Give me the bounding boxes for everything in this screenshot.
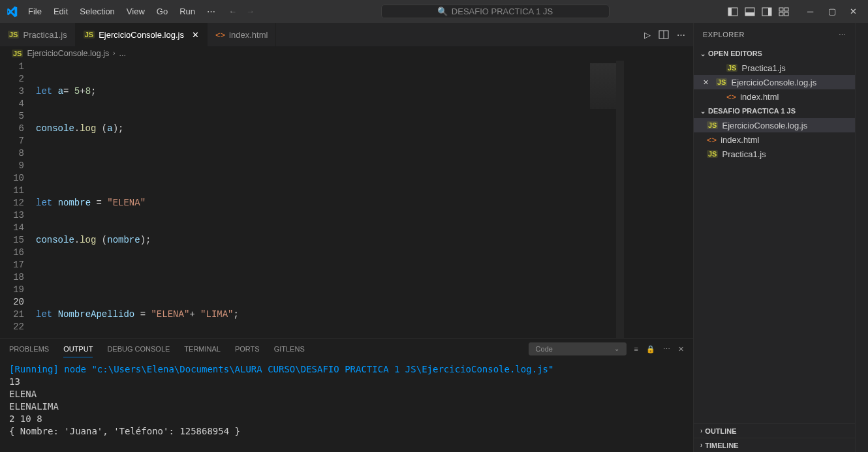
split-editor-icon[interactable] [659, 29, 669, 40]
layout-panel-icon[interactable] [745, 7, 755, 17]
line-numbers: 12345678910111213141516171819202122 [0, 61, 36, 338]
run-icon[interactable]: ▷ [644, 30, 651, 40]
panel-tab-ports[interactable]: PORTS [235, 341, 260, 357]
sidebar-more-icon[interactable]: ⋯ [839, 31, 846, 39]
panel-tab-terminal[interactable]: TERMINAL [184, 341, 221, 357]
tab-ejercicio[interactable]: JS EjercicioConsole.log.js ✕ [76, 23, 208, 46]
tab-index[interactable]: <> index.html [208, 23, 276, 46]
search-icon: 🔍 [437, 7, 448, 16]
code-editor[interactable]: 12345678910111213141516171819202122 let … [0, 61, 693, 338]
command-center[interactable]: 🔍 DESAFIO PRACTICA 1 JS [381, 5, 610, 18]
js-icon: JS [726, 64, 737, 72]
js-icon: JS [716, 78, 727, 86]
layout-primary-icon[interactable] [728, 7, 738, 17]
output-content[interactable]: [Running] node "c:\Users\Elena\Documents… [0, 359, 693, 452]
js-icon: JS [8, 31, 19, 38]
html-icon: <> [215, 30, 225, 40]
chevron-down-icon: ⌄ [700, 108, 705, 115]
open-editor-item[interactable]: JS Practica1.js [694, 61, 855, 75]
lock-icon[interactable]: 🔒 [646, 345, 655, 354]
open-editors-section[interactable]: ⌄ OPEN EDITORS [694, 46, 855, 61]
menu-more-icon[interactable]: ⋯ [202, 4, 221, 19]
filter-icon[interactable]: ≡ [634, 345, 638, 353]
file-item[interactable]: JS EjercicioConsole.log.js [694, 118, 855, 132]
panel-tab-gitlens[interactable]: GITLENS [274, 341, 305, 357]
svg-rect-9 [784, 12, 788, 16]
more-actions-icon[interactable]: ⋯ [677, 30, 685, 40]
right-activity-bar[interactable] [855, 23, 868, 452]
minimize-button[interactable]: ─ [802, 2, 818, 22]
explorer-title: EXPLORER [703, 31, 745, 38]
timeline-section[interactable]: › TIMELINE [694, 438, 855, 452]
menu-run[interactable]: Run [174, 4, 200, 19]
nav-back-icon[interactable]: ← [228, 7, 237, 16]
open-editor-item[interactable]: <> index.html [694, 89, 855, 104]
explorer-sidebar: EXPLORER ⋯ ⌄ OPEN EDITORS JS Practica1.j… [693, 23, 855, 452]
chevron-right-icon: › [113, 50, 115, 57]
panel-tab-debug[interactable]: DEBUG CONSOLE [107, 341, 170, 357]
menu-selection[interactable]: Selection [74, 4, 119, 19]
svg-rect-5 [768, 8, 771, 16]
file-item[interactable]: <> index.html [694, 132, 855, 147]
tab-practica1[interactable]: JS Practica1.js [0, 23, 76, 46]
vscode-logo-icon [0, 6, 23, 18]
chevron-right-icon: › [700, 427, 702, 434]
panel-tab-problems[interactable]: PROBLEMS [9, 341, 49, 357]
close-editor-icon[interactable]: ✕ [703, 78, 711, 87]
js-icon: JS [707, 121, 718, 129]
menu-go[interactable]: Go [151, 4, 173, 19]
menu-file[interactable]: File [23, 4, 47, 19]
editor-tabbar: JS Practica1.js JS EjercicioConsole.log.… [0, 23, 693, 46]
menu-view[interactable]: View [121, 4, 150, 19]
html-icon: <> [726, 92, 736, 102]
svg-rect-1 [728, 8, 732, 16]
chevron-down-icon: ⌄ [614, 345, 619, 353]
maximize-button[interactable]: ▢ [824, 2, 840, 22]
js-icon: JS [84, 31, 95, 38]
workspace-title: DESAFIO PRACTICA 1 JS [452, 7, 553, 16]
svg-rect-3 [745, 12, 754, 16]
outline-section[interactable]: › OUTLINE [694, 423, 855, 438]
menu-edit[interactable]: Edit [48, 4, 73, 19]
bottom-panel: PROBLEMS OUTPUT DEBUG CONSOLE TERMINAL P… [0, 338, 693, 452]
output-channel-dropdown[interactable]: Code ⌄ [529, 342, 627, 355]
js-icon: JS [12, 50, 23, 57]
panel-close-icon[interactable]: ✕ [678, 345, 684, 354]
layout-customize-icon[interactable] [779, 7, 789, 17]
js-icon: JS [707, 150, 718, 158]
close-button[interactable]: ✕ [845, 2, 861, 22]
nav-forward-icon[interactable]: → [246, 7, 255, 16]
main-menu: File Edit Selection View Go Run ⋯ [23, 4, 221, 19]
file-item[interactable]: JS Practica1.js [694, 147, 855, 161]
panel-tab-output[interactable]: OUTPUT [63, 341, 93, 357]
chevron-down-icon: ⌄ [700, 50, 705, 57]
svg-rect-7 [784, 8, 788, 11]
open-editor-item[interactable]: ✕ JS EjercicioConsole.log.js [694, 75, 855, 89]
layout-secondary-icon[interactable] [762, 7, 772, 17]
project-section[interactable]: ⌄ DESAFIO PRACTICA 1 JS [694, 104, 855, 118]
chevron-right-icon: › [700, 442, 702, 449]
svg-rect-6 [779, 8, 783, 11]
close-tab-icon[interactable]: ✕ [192, 30, 199, 40]
html-icon: <> [707, 135, 717, 145]
titlebar: File Edit Selection View Go Run ⋯ ← → 🔍 … [0, 0, 868, 23]
breadcrumb[interactable]: JS EjercicioConsole.log.js › ... [0, 46, 693, 61]
minimap-scrollbar[interactable] [616, 61, 624, 338]
svg-rect-8 [779, 12, 783, 16]
clear-icon[interactable]: ⋯ [663, 345, 670, 354]
minimap[interactable] [590, 63, 616, 109]
